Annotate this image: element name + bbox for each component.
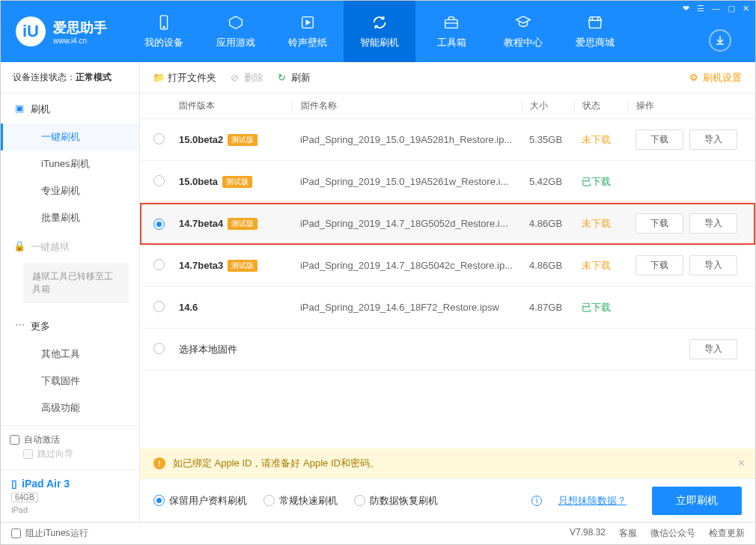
- row-radio[interactable]: [153, 259, 165, 270]
- sidebar-item-advanced[interactable]: 高级功能: [1, 395, 139, 421]
- sidebar-item-download-firmware[interactable]: 下载固件: [1, 368, 139, 395]
- close-icon[interactable]: ✕: [743, 4, 749, 13]
- skip-guide-checkbox: 跳过向导: [23, 448, 130, 460]
- firmware-size: 5.42GB: [522, 176, 574, 187]
- firmware-filename: iPad_Spring_2019_14.7_18G5042c_Restore.i…: [291, 260, 522, 271]
- storage-badge: 64GB: [11, 493, 38, 502]
- firmware-version: 15.0beta: [179, 176, 218, 187]
- firmware-row[interactable]: 15.0beta2测试版iPad_Spring_2019_15.0_19A528…: [140, 119, 755, 161]
- device-info-panel[interactable]: ▯ iPad Air 3 64GB iPad: [1, 469, 139, 522]
- beta-badge: 测试版: [228, 134, 257, 146]
- auto-activate-checkbox[interactable]: 自动激活: [10, 433, 130, 446]
- maximize-icon[interactable]: ▢: [728, 4, 735, 13]
- apps-icon: [227, 13, 245, 31]
- window-controls: ❤ ☰ — ▢ ✕: [683, 4, 749, 13]
- row-radio[interactable]: [153, 301, 165, 312]
- opt-fast-flash[interactable]: 常规快速刷机: [263, 494, 338, 508]
- firmware-version: 14.7beta4: [179, 218, 223, 229]
- toolbar: 📁 打开文件夹 ⊘ 删除 ↻ 刷新 ⚙ 刷机设置: [140, 62, 755, 94]
- toolbox-icon: [442, 13, 460, 31]
- opt-keep-data[interactable]: 保留用户资料刷机: [153, 494, 247, 508]
- import-button[interactable]: 导入: [689, 255, 737, 275]
- logo-icon: iU: [16, 16, 46, 46]
- block-itunes-checkbox[interactable]: 阻止iTunes运行: [11, 527, 88, 540]
- opt-anti-recovery[interactable]: 防数据恢复刷机: [354, 494, 438, 508]
- nav-item-flash[interactable]: 智能刷机: [344, 1, 415, 62]
- radio-local[interactable]: [153, 343, 165, 354]
- nav-item-apps[interactable]: 应用游戏: [200, 1, 272, 62]
- download-indicator-icon[interactable]: [709, 29, 731, 52]
- close-notice-icon[interactable]: ×: [738, 457, 745, 470]
- check-update-link[interactable]: 检查更新: [709, 527, 745, 540]
- import-button[interactable]: 导入: [689, 339, 737, 359]
- firmware-size: 5.35GB: [522, 134, 574, 145]
- beta-badge: 测试版: [228, 218, 257, 230]
- row-radio[interactable]: [153, 219, 165, 230]
- sidebar: 设备连接状态：正常模式 ▣ 刷机 一键刷机 iTunes刷机 专业刷机 批量刷机…: [1, 62, 140, 522]
- firmware-table-body: 15.0beta2测试版iPad_Spring_2019_15.0_19A528…: [140, 119, 755, 329]
- more-icon: ⋯: [14, 320, 25, 330]
- media-icon: [299, 13, 317, 31]
- download-button[interactable]: 下载: [635, 213, 683, 234]
- connection-status: 设备连接状态：正常模式: [1, 62, 139, 94]
- radio-fast-flash[interactable]: [263, 495, 275, 506]
- firmware-row[interactable]: 14.6iPad_Spring_2019_14.6_18F72_Restore.…: [140, 287, 755, 329]
- minimize-icon[interactable]: —: [712, 4, 720, 13]
- erase-only-link[interactable]: 只想抹除数据？: [558, 494, 627, 508]
- device-model: iPad: [11, 505, 129, 514]
- version-label: V7.98.32: [570, 527, 606, 540]
- col-status: 状态: [574, 100, 628, 112]
- flash-icon: ▣: [14, 103, 25, 113]
- brand-name: 爱思助手: [53, 19, 107, 37]
- firmware-size: 4.86GB: [522, 218, 574, 229]
- col-name: 固件名称: [291, 100, 522, 112]
- store-icon: [586, 13, 604, 31]
- support-link[interactable]: 客服: [619, 527, 637, 540]
- nav-item-store[interactable]: 爱思商城: [559, 1, 631, 62]
- brand-url: www.i4.cn: [53, 37, 107, 45]
- firmware-row[interactable]: 14.7beta4测试版iPad_Spring_2019_14.7_18G505…: [140, 203, 755, 245]
- firmware-filename: iPad_Spring_2019_15.0_19A5261w_Restore.i…: [291, 176, 522, 187]
- sidebar-item-batch-flash[interactable]: 批量刷机: [1, 204, 139, 231]
- nav-item-toolbox[interactable]: 工具箱: [415, 1, 487, 62]
- sidebar-section-flash[interactable]: ▣ 刷机: [1, 94, 139, 124]
- bookmark-icon[interactable]: ❤: [683, 4, 689, 13]
- device-icon: [155, 13, 173, 31]
- sidebar-section-more[interactable]: ⋯ 更多: [1, 311, 139, 341]
- refresh-button[interactable]: ↻ 刷新: [277, 71, 311, 85]
- delete-icon: ⊘: [230, 73, 240, 83]
- col-ops: 操作: [628, 100, 742, 112]
- firmware-version: 15.0beta2: [179, 134, 223, 145]
- firmware-row[interactable]: 14.7beta3测试版iPad_Spring_2019_14.7_18G504…: [140, 245, 755, 287]
- radio-anti-recovery[interactable]: [354, 495, 365, 506]
- import-button[interactable]: 导入: [689, 213, 737, 234]
- open-folder-button[interactable]: 📁 打开文件夹: [153, 71, 216, 85]
- device-name: ▯ iPad Air 3: [11, 478, 129, 490]
- info-icon[interactable]: i: [531, 496, 542, 506]
- firmware-status: 已下载: [574, 301, 628, 314]
- row-radio[interactable]: [153, 175, 165, 186]
- nav-item-media[interactable]: 铃声壁纸: [272, 1, 344, 62]
- jailbreak-moved-note: 越狱工具已转移至工具箱: [23, 263, 129, 303]
- nav-item-device[interactable]: 我的设备: [128, 1, 200, 62]
- nav-item-tutorial[interactable]: 教程中心: [487, 1, 559, 62]
- flash-options-bar: 保留用户资料刷机 常规快速刷机 防数据恢复刷机 i 只想抹除数据？ 立即刷机: [140, 478, 755, 522]
- wechat-link[interactable]: 微信公众号: [650, 527, 695, 540]
- download-button[interactable]: 下载: [635, 130, 683, 150]
- radio-keep-data[interactable]: [153, 495, 165, 506]
- local-firmware-row[interactable]: 选择本地固件 导入: [140, 329, 755, 371]
- flash-settings-button[interactable]: ⚙ 刷机设置: [689, 71, 742, 85]
- sidebar-item-itunes-flash[interactable]: iTunes刷机: [1, 150, 139, 177]
- row-radio[interactable]: [153, 133, 165, 144]
- download-button[interactable]: 下载: [635, 255, 683, 275]
- flash-now-button[interactable]: 立即刷机: [652, 487, 742, 515]
- svg-point-1: [163, 27, 165, 28]
- sidebar-item-oneclick-flash[interactable]: 一键刷机: [1, 124, 139, 150]
- import-button[interactable]: 导入: [689, 130, 737, 150]
- firmware-row[interactable]: 15.0beta测试版iPad_Spring_2019_15.0_19A5261…: [140, 161, 755, 203]
- menu-icon[interactable]: ☰: [697, 4, 704, 13]
- sidebar-section-jailbreak: 🔒 一键越狱: [1, 231, 139, 261]
- sidebar-item-pro-flash[interactable]: 专业刷机: [1, 177, 139, 204]
- sidebar-item-other-tools[interactable]: 其他工具: [1, 341, 139, 368]
- col-version: 固件版本: [179, 100, 291, 112]
